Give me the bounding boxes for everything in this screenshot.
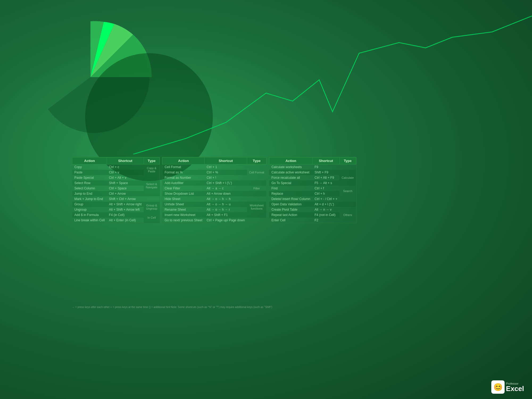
- logo-text: Professor Excel: [506, 382, 524, 392]
- table-row: Copy Ctrl + c Copy &Paste: [72, 164, 160, 170]
- action-find: Find: [269, 186, 312, 191]
- action-group: Group: [72, 202, 107, 207]
- type-filter: Filter: [247, 186, 267, 191]
- action-copy: Copy: [72, 164, 107, 170]
- table-row: Select Row Shift + Space Select &Navigat…: [72, 180, 160, 186]
- table2-header-shortcut: Shortcut: [205, 157, 247, 164]
- action-calc-worksheets: Calculate worksheets: [269, 164, 312, 170]
- action-create-pivot: Create Pivot Table: [269, 207, 312, 212]
- shortcut-find: Ctrl + f: [312, 186, 339, 191]
- action-insert-worksheet: Insert new Worksheet: [163, 212, 205, 218]
- shortcut-ungroup: Alt + Shift + Arrow left: [107, 207, 144, 212]
- table-row: Group Alt + Shift + Arrow right Group &U…: [72, 202, 160, 207]
- table-copy-paste: Action Shortcut Type Copy Ctrl + c Copy …: [72, 157, 160, 223]
- table3-header-shortcut: Shortcut: [312, 157, 339, 164]
- shortcut-goto-sheet: Ctrl + Page up/ Page down: [205, 218, 247, 223]
- action-select-row: Select Row: [72, 180, 107, 186]
- action-jump-to-end: Jump to End: [72, 191, 107, 196]
- shortcut-clear-filter: Alt → a → c: [205, 186, 247, 191]
- shortcut-open-data-validation: Alt + d + l ('L'): [312, 202, 339, 207]
- table3-header-action: Action: [269, 157, 312, 164]
- shortcut-delete-insert: Ctrl + - / Ctrl + +: [312, 196, 339, 202]
- action-open-data-validation: Open Data Validation: [269, 202, 312, 207]
- table-row: Mark + Jump to End Shift + Ctrl + Arrow: [72, 196, 160, 202]
- logo-excel-text: Excel: [506, 385, 524, 392]
- action-format-percent: Format as %: [163, 170, 205, 175]
- shortcut-create-pivot: Alt → n → v: [312, 207, 339, 212]
- shortcut-paste-special: Ctrl + Alt + v: [107, 175, 144, 180]
- action-clear-filter: Clear Filter: [163, 186, 205, 191]
- shortcut-paste: Ctrl + v: [107, 170, 144, 175]
- action-repeat-last: Repeat last Action: [269, 212, 312, 218]
- shortcut-force-recalc: Ctrl + Alt + F9: [312, 175, 339, 180]
- table1-header-shortcut: Shortcut: [107, 157, 144, 164]
- table-row: Cell Format Ctrl + 1 Cell Format: [163, 164, 267, 170]
- professor-excel-logo: 😊 Professor Excel: [491, 380, 524, 394]
- action-calc-active: Calculate active worksheet: [269, 170, 312, 175]
- table-row: Calculate worksheets F9: [269, 164, 356, 170]
- shortcut-line-break: Alt + Enter (in Cell): [107, 218, 144, 223]
- shortcut-show-dropdown: Alt + Arrow down: [205, 191, 247, 196]
- footnote: → = press keys after each other + = pres…: [72, 306, 529, 309]
- shortcut-rename-sheet: Alt → o → h → r: [205, 207, 247, 212]
- shortcut-group: Alt + Shift + Arrow right: [107, 202, 144, 207]
- action-select-column: Select Column: [72, 186, 107, 191]
- table-row: Add $ in Formula F4 (in Cell) In Cell: [72, 212, 160, 218]
- shortcut-hide-sheet: Alt → o → h → h: [205, 196, 247, 202]
- action-enter-cell: Enter Cell: [269, 218, 312, 223]
- shortcut-calc-active: Shift + F9: [312, 170, 339, 175]
- shortcut-calc-worksheets: F9: [312, 164, 339, 170]
- shortcut-copy: Ctrl + c: [107, 164, 144, 170]
- shortcut-goto-special: F5 → Alt + s: [312, 180, 339, 186]
- action-paste: Paste: [72, 170, 107, 175]
- action-ungroup: Ungroup: [72, 207, 107, 212]
- table-row: Unhide Sheet Alt → o → h → u Worksheetfu…: [163, 202, 267, 207]
- action-goto-sheet: Go to next/ previous Sheet: [163, 218, 205, 223]
- shortcut-mark-jump-end: Shift + Ctrl + Arrow: [107, 196, 144, 202]
- type-worksheet-functions: Worksheetfunctions: [247, 202, 267, 212]
- table-row: Go to next/ previous Sheet Ctrl + Page u…: [163, 218, 267, 223]
- action-hide-sheet: Hide Sheet: [163, 196, 205, 202]
- shortcut-format-percent: Ctrl + %: [205, 170, 247, 175]
- table2-header-type: Type: [247, 157, 267, 164]
- action-rename-sheet: Rename Sheet: [163, 207, 205, 212]
- type-copy-paste: Copy &Paste: [144, 164, 159, 175]
- type-cell-format: Cell Format: [247, 164, 267, 181]
- table-row: Add Autofilter Ctrl + Shift + l ('L'): [163, 180, 267, 186]
- table-row: Find Ctrl + f Search: [269, 186, 356, 191]
- shortcut-unhide-sheet: Alt → o → h → u: [205, 202, 247, 207]
- table2-header-action: Action: [163, 157, 205, 164]
- action-mark-jump-end: Mark + Jump to End: [72, 196, 107, 202]
- table-row: Open Data Validation Alt + d + l ('L'): [269, 202, 356, 207]
- shortcut-jump-to-end: Ctrl + Arrow: [107, 191, 144, 196]
- type-select-navigate: Select &Navigate: [144, 180, 159, 191]
- shortcut-select-column: Ctrl + Space: [107, 186, 144, 191]
- action-paste-special: Paste Special: [72, 175, 107, 180]
- action-delete-insert-row-col: Delete/ insert Row/ Column: [269, 196, 312, 202]
- shortcut-select-row: Shift + Space: [107, 180, 144, 186]
- action-unhide-sheet: Unhide Sheet: [163, 202, 205, 207]
- action-replace: Replace: [269, 191, 312, 196]
- table-row: Create Pivot Table Alt → n → v Others: [269, 207, 356, 212]
- table-format-sheet: Action Shortcut Type Cell Format Ctrl + …: [162, 157, 267, 223]
- action-force-recalc: Force recalculate all: [269, 175, 312, 180]
- shortcuts-tables: Action Shortcut Type Copy Ctrl + c Copy …: [72, 157, 529, 223]
- shortcut-add-dollar: F4 (in Cell): [107, 212, 144, 218]
- action-cell-format: Cell Format: [163, 164, 205, 170]
- table1-header-type: Type: [144, 157, 159, 164]
- shortcut-insert-worksheet: Alt + Shift + F1: [205, 212, 247, 218]
- action-show-dropdown: Show Dropdown List: [163, 191, 205, 196]
- logo-icon: 😊: [491, 380, 505, 394]
- table-row: Delete/ insert Row/ Column Ctrl + - / Ct…: [269, 196, 356, 202]
- table-row: Paste Special Ctrl + Alt + v: [72, 175, 160, 180]
- type-calculate: Calculate: [339, 170, 356, 186]
- shortcut-cell-format: Ctrl + 1: [205, 164, 247, 170]
- table-row: Clear Filter Alt → a → c Filter: [163, 186, 267, 191]
- shortcut-enter-cell: F2: [312, 218, 339, 223]
- shortcut-replace: Ctrl + h: [312, 191, 339, 196]
- table1-header-action: Action: [72, 157, 107, 164]
- type-in-cell: In Cell: [144, 212, 159, 223]
- table-calculate-others: Action Shortcut Type Calculate worksheet…: [269, 157, 356, 223]
- type-others: Others: [339, 207, 356, 223]
- action-add-dollar: Add $ in Formula: [72, 212, 107, 218]
